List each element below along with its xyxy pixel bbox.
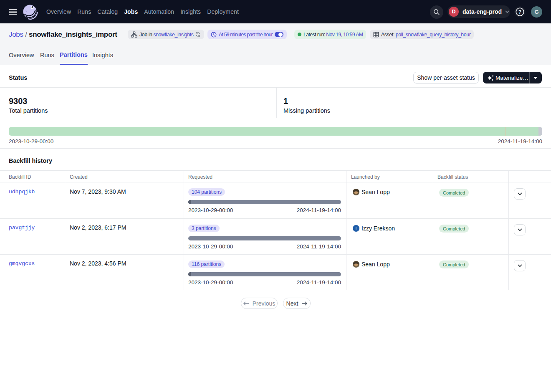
svg-text:?: ? xyxy=(518,9,521,15)
